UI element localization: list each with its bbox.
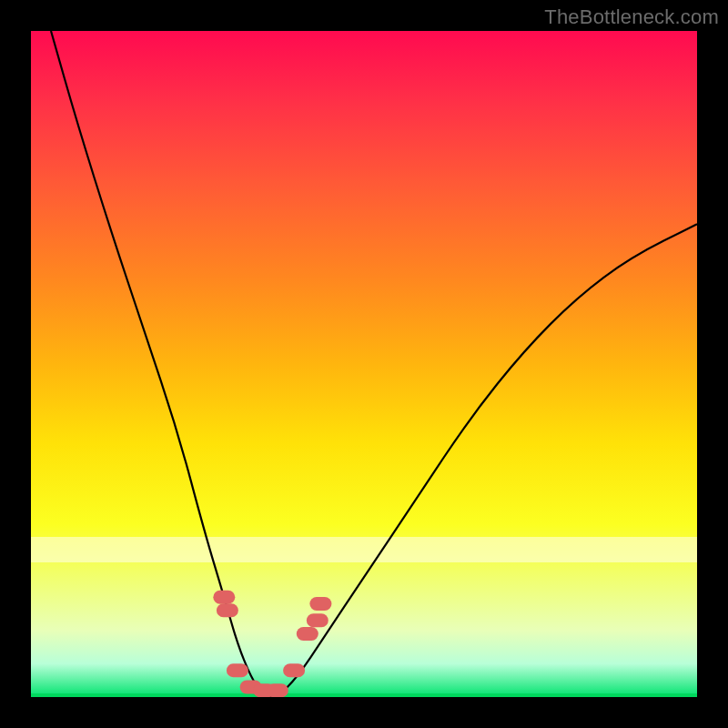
marker-point [283, 663, 305, 677]
chart-frame: TheBottleneck.com [0, 0, 728, 728]
marker-point [309, 597, 331, 611]
marker-point [213, 591, 235, 604]
marker-point [307, 613, 329, 627]
highlight-markers [213, 591, 331, 697]
bottleneck-curve [51, 31, 697, 697]
marker-point [297, 627, 318, 641]
marker-point [227, 663, 248, 677]
curve-layer [31, 31, 697, 697]
plot-area [31, 31, 697, 697]
watermark-text: TheBottleneck.com [544, 5, 719, 29]
marker-point [267, 683, 288, 697]
marker-point [217, 603, 238, 617]
